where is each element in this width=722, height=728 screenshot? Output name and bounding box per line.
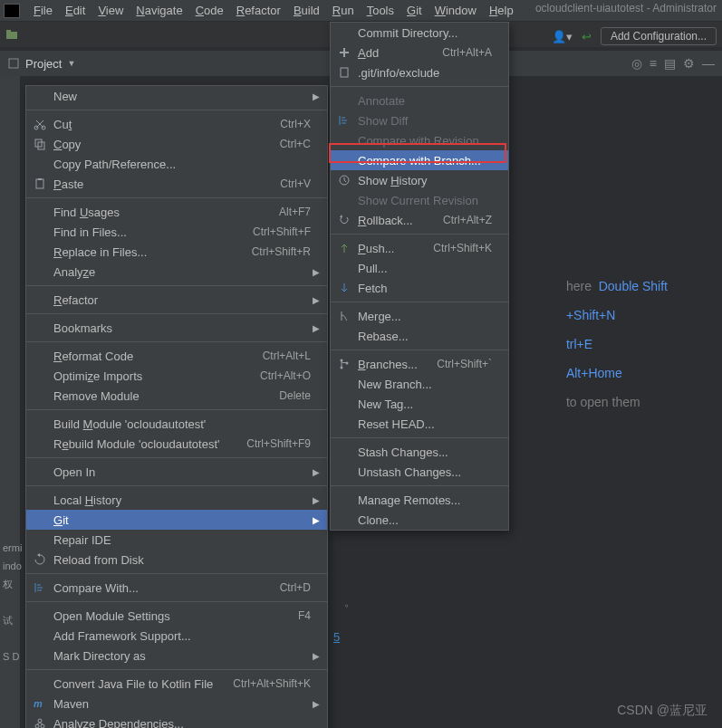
menu-item-manage-remotes[interactable]: Manage Remotes... — [331, 490, 508, 510]
menu-window[interactable]: Window — [428, 2, 483, 19]
menu-item-show-history[interactable]: Show History — [331, 170, 508, 190]
select-opened-icon[interactable]: ◎ — [631, 56, 642, 71]
menu-run[interactable]: Run — [326, 2, 361, 19]
menu-item-compare-with[interactable]: Compare With...Ctrl+D — [26, 578, 327, 598]
maven-icon: m — [34, 697, 46, 710]
menu-item-refactor[interactable]: Refactor▶ — [26, 290, 327, 310]
expand-all-icon[interactable]: ≡ — [650, 56, 657, 71]
hide-icon[interactable]: — — [702, 56, 715, 71]
menu-item-label: Clone... — [358, 513, 399, 527]
diff-icon — [338, 114, 351, 127]
menu-item-analyze-dependencies[interactable]: Analyze Dependencies... — [26, 714, 327, 728]
menu-item-reset-head[interactable]: Reset HEAD... — [331, 414, 508, 434]
menu-build[interactable]: Build — [287, 2, 326, 19]
menu-item-copy-path-reference[interactable]: Copy Path/Reference... — [26, 154, 327, 174]
menu-item-build-module-ocloudautotest[interactable]: Build Module 'ocloudautotest' — [26, 414, 327, 434]
menu-item-convert-java-file-to-kotlin-file[interactable]: Convert Java File to Kotlin FileCtrl+Alt… — [26, 674, 327, 694]
menu-item-label: Commit Directory... — [358, 26, 457, 40]
fetch-icon — [338, 282, 351, 294]
menu-item-label: Reformat Code — [53, 350, 133, 363]
menu-refactor[interactable]: Refactor — [230, 2, 287, 19]
menu-item-find-in-files[interactable]: Find in Files...Ctrl+Shift+F — [26, 222, 327, 242]
menu-item-git-info-exclude[interactable]: .git/info/exclude — [331, 62, 508, 82]
chevron-right-icon: ▶ — [313, 495, 320, 505]
menu-item-open-in[interactable]: Open In▶ — [26, 462, 327, 482]
menu-item-find-usages[interactable]: Find UsagesAlt+F7 — [26, 202, 327, 222]
menu-item-paste[interactable]: PasteCtrl+V — [26, 174, 327, 194]
menu-navigate[interactable]: Navigate — [130, 2, 188, 19]
window-title: ocloudclient-uiautotest - Administrator — [535, 2, 717, 14]
shortcut-label: Ctrl+C — [280, 138, 311, 150]
gear-icon[interactable]: ⚙ — [683, 56, 695, 71]
menu-help[interactable]: Help — [483, 2, 520, 19]
menu-item-add[interactable]: AddCtrl+Alt+A — [331, 43, 508, 62]
separator — [26, 457, 327, 458]
menu-item-show-diff: Show Diff — [331, 110, 508, 130]
menu-item-label: Unstash Changes... — [358, 465, 461, 479]
users-icon[interactable]: 👤▾ — [552, 30, 573, 43]
menu-item-label: Push... — [358, 242, 394, 255]
menu-item-cut[interactable]: CutCtrl+X — [26, 114, 327, 134]
svg-rect-0 — [6, 32, 17, 39]
menu-item-label: Remove Module — [53, 389, 140, 403]
paste-icon — [34, 177, 46, 190]
add-configuration-button[interactable]: Add Configuration... — [601, 27, 717, 45]
back-icon[interactable]: ↩ — [582, 30, 592, 43]
menu-item-local-history[interactable]: Local History▶ — [26, 490, 327, 510]
menu-tools[interactable]: Tools — [361, 2, 400, 19]
menu-edit[interactable]: Edit — [59, 2, 91, 19]
menu-item-rebase[interactable]: Rebase... — [331, 326, 508, 346]
menu-git[interactable]: Git — [400, 2, 428, 19]
shortcut-label: Ctrl+Shift+F — [253, 225, 311, 238]
menu-item-commit-directory[interactable]: Commit Directory... — [331, 23, 508, 43]
menu-item-maven[interactable]: mMaven▶ — [26, 694, 327, 714]
menu-file[interactable]: File — [27, 2, 59, 19]
separator — [331, 350, 508, 350]
reload-icon — [34, 553, 46, 566]
rollback-icon — [338, 214, 351, 226]
stray-link[interactable]: 5 — [333, 630, 340, 644]
menu-item-bookmarks[interactable]: Bookmarks▶ — [26, 318, 327, 338]
menu-view[interactable]: View — [91, 2, 130, 19]
menu-item-merge[interactable]: Merge... — [331, 306, 508, 326]
menu-item-push[interactable]: Push...Ctrl+Shift+K — [331, 238, 508, 258]
shortcut-label: Delete — [279, 389, 311, 402]
separator — [331, 485, 508, 486]
menu-item-rebuild-module-ocloudautotest[interactable]: Rebuild Module 'ocloudautotest'Ctrl+Shif… — [26, 434, 327, 454]
menu-item-label: Merge... — [358, 310, 401, 323]
menu-item-rollback[interactable]: Rollback...Ctrl+Alt+Z — [331, 210, 508, 230]
menu-item-git[interactable]: Git▶ — [26, 510, 327, 530]
menu-item-new-tag[interactable]: New Tag... — [331, 394, 508, 414]
menu-code[interactable]: Code — [189, 2, 230, 19]
menu-item-copy[interactable]: CopyCtrl+C — [26, 134, 327, 154]
file-icon — [338, 66, 351, 79]
menu-item-add-framework-support[interactable]: Add Framework Support... — [26, 626, 327, 646]
menu-item-unstash-changes[interactable]: Unstash Changes... — [331, 462, 508, 482]
menu-item-mark-directory-as[interactable]: Mark Directory as▶ — [26, 646, 327, 666]
menu-item-open-module-settings[interactable]: Open Module SettingsF4 — [26, 606, 327, 626]
collapse-all-icon[interactable]: ▤ — [664, 56, 676, 71]
menu-item-new-branch[interactable]: New Branch... — [331, 374, 508, 394]
menu-item-new[interactable]: New▶ — [26, 86, 327, 106]
menu-item-clone[interactable]: Clone... — [331, 510, 508, 530]
svg-rect-8 — [38, 178, 42, 180]
menu-item-label: Add Framework Support... — [53, 629, 191, 643]
chevron-right-icon: ▶ — [313, 267, 320, 277]
menu-item-optimize-imports[interactable]: Optimize ImportsCtrl+Alt+O — [26, 366, 327, 386]
menu-item-label: Compare With... — [53, 581, 139, 595]
menu-item-branches[interactable]: Branches...Ctrl+Shift+` — [331, 354, 508, 374]
menu-item-fetch[interactable]: Fetch — [331, 278, 508, 298]
menu-item-reload-from-disk[interactable]: Reload from Disk — [26, 550, 327, 570]
menu-item-pull[interactable]: Pull... — [331, 258, 508, 278]
svg-rect-1 — [6, 30, 11, 33]
menu-item-reformat-code[interactable]: Reformat CodeCtrl+Alt+L — [26, 346, 327, 366]
menu-item-stash-changes[interactable]: Stash Changes... — [331, 442, 508, 462]
chevron-right-icon: ▶ — [313, 515, 320, 525]
menu-item-compare-with-branch[interactable]: Compare with Branch... — [331, 150, 508, 170]
menu-item-remove-module[interactable]: Remove ModuleDelete — [26, 386, 327, 406]
menu-item-label: Replace in Files... — [53, 245, 147, 259]
menu-item-analyze[interactable]: Analyze▶ — [26, 262, 327, 282]
menu-item-replace-in-files[interactable]: Replace in Files...Ctrl+Shift+R — [26, 242, 327, 262]
chevron-down-icon[interactable]: ▼ — [67, 59, 75, 68]
menu-item-repair-ide[interactable]: Repair IDE — [26, 530, 327, 550]
